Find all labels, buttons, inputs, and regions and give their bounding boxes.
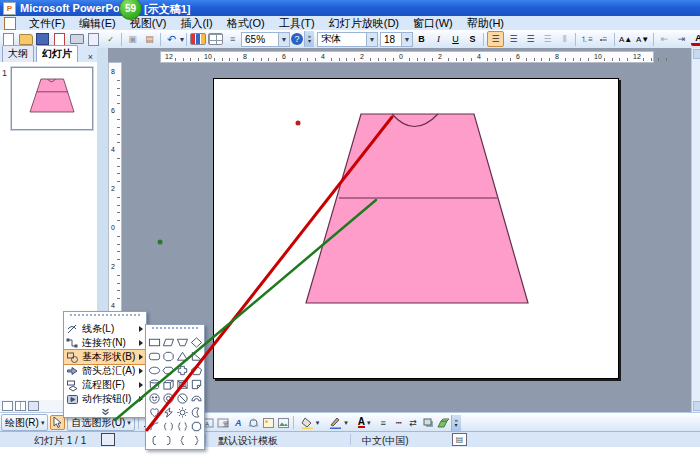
shape-double-bracket-icon[interactable] xyxy=(162,419,175,433)
menu-item-0[interactable]: 文件(F) xyxy=(22,16,72,30)
autoshapes-menu-item-flowchart[interactable]: 流程图(F) xyxy=(64,378,146,392)
autoshapes-menu-item-lines[interactable]: 线条(L) xyxy=(64,322,146,336)
shape-donut-icon[interactable] xyxy=(162,391,175,405)
close-pane-icon[interactable]: × xyxy=(86,52,95,62)
permission-icon[interactable] xyxy=(52,32,67,46)
shape-no-symbol-icon[interactable] xyxy=(176,391,189,405)
insert-chart-icon[interactable] xyxy=(190,33,206,45)
shape-folded-corner-icon[interactable] xyxy=(190,377,203,391)
shape-moon-icon[interactable] xyxy=(190,405,203,419)
slide-thumbnail[interactable] xyxy=(11,67,93,130)
shape-right-triangle-icon[interactable] xyxy=(190,349,203,363)
align-center-button[interactable]: ☰ xyxy=(506,32,521,46)
autoshapes-menu-item-action-buttons[interactable]: 动作按钮(I) xyxy=(64,392,146,406)
undo-dropdown-icon[interactable]: ▾ xyxy=(180,35,184,44)
shape-left-bracket-icon[interactable] xyxy=(148,433,161,447)
tables-borders-icon[interactable]: ≡ xyxy=(225,32,240,46)
slideshow-view-icon[interactable] xyxy=(28,401,39,411)
italic-button[interactable]: I xyxy=(431,32,446,46)
shape-rectangle-icon[interactable] xyxy=(148,335,161,349)
menu-item-8[interactable]: 帮助(H) xyxy=(460,16,511,30)
shape-rounded-rectangle-icon[interactable] xyxy=(148,349,161,363)
zoom-combobox[interactable]: 65%▼ xyxy=(241,32,290,47)
increase-font-icon[interactable]: A▲ xyxy=(618,32,633,46)
insert-table-icon[interactable] xyxy=(208,33,223,45)
menu-item-3[interactable]: 插入(I) xyxy=(173,16,219,30)
align-right-button[interactable]: ☰ xyxy=(523,32,538,46)
shape-block-arc-icon[interactable] xyxy=(190,391,203,405)
shape-sun-icon[interactable] xyxy=(176,405,189,419)
copy-icon[interactable]: ▣ xyxy=(125,32,140,46)
shape-isosceles-triangle-icon[interactable] xyxy=(176,349,189,363)
menu-item-6[interactable]: 幻灯片放映(D) xyxy=(322,16,406,30)
open-icon[interactable] xyxy=(18,32,33,46)
shape-right-brace-icon[interactable] xyxy=(190,433,203,447)
vertical-textbox-tool-icon[interactable]: 竖 xyxy=(217,416,230,429)
insert-clipart-icon[interactable] xyxy=(262,416,275,429)
underline-button[interactable]: U xyxy=(448,32,463,46)
increase-indent-icon[interactable]: ⇥ xyxy=(674,32,689,46)
vertical-scrollbar[interactable] xyxy=(691,48,700,412)
normal-view-icon[interactable] xyxy=(2,401,13,411)
language-label[interactable]: 中文(中国) xyxy=(362,434,409,448)
bullets-button[interactable]: •≡ xyxy=(596,32,611,46)
shape-pentagon-icon[interactable] xyxy=(190,363,203,377)
autoshapes-menu-item-basic-shapes[interactable]: 基本形状(B) xyxy=(64,350,146,364)
slide-canvas[interactable] xyxy=(213,78,619,379)
shape-plaque-icon[interactable] xyxy=(190,419,203,433)
align-left-button[interactable]: ☰ xyxy=(487,31,504,47)
dash-style-icon[interactable]: ┅ xyxy=(392,416,405,429)
menu-item-7[interactable]: 窗口(W) xyxy=(406,16,460,30)
save-icon[interactable] xyxy=(35,32,50,46)
new-document-icon[interactable] xyxy=(1,32,16,46)
arrow-style-icon[interactable]: ⇄ xyxy=(407,416,420,429)
3d-style-icon[interactable] xyxy=(437,416,450,429)
menu-item-4[interactable]: 格式(O) xyxy=(220,16,272,30)
input-method-icon[interactable] xyxy=(101,433,115,446)
shape-parallelogram-icon[interactable] xyxy=(162,335,175,349)
fill-color-icon[interactable]: ▾ xyxy=(297,414,324,431)
distribute-button[interactable]: ⫴ xyxy=(557,32,572,46)
numbering-button[interactable]: ⒈≡ xyxy=(579,32,594,46)
toolbar-options-icon[interactable]: »▾ xyxy=(304,31,314,47)
shape-cross-icon[interactable] xyxy=(176,363,189,377)
paste-icon[interactable]: ▤ xyxy=(142,32,157,46)
shape-bevel-icon[interactable] xyxy=(176,377,189,391)
palette-tearoff-handle[interactable] xyxy=(152,327,198,334)
shape-heart-icon[interactable] xyxy=(148,405,161,419)
decrease-indent-icon[interactable]: ⇤ xyxy=(657,32,672,46)
help-icon[interactable]: ? xyxy=(291,33,303,45)
font-combobox[interactable]: 宋体▼ xyxy=(317,32,378,47)
bold-button[interactable]: B xyxy=(414,32,429,46)
tab-outline[interactable]: 大纲 xyxy=(2,45,34,62)
undo-icon[interactable]: ↶ xyxy=(164,32,179,46)
spelling-icon[interactable]: ✓ xyxy=(103,32,118,46)
shape-oval-icon[interactable] xyxy=(148,363,161,377)
font-size-combobox[interactable]: 18▼ xyxy=(380,32,413,47)
menu-tearoff-handle[interactable] xyxy=(70,314,140,321)
shape-can-icon[interactable] xyxy=(148,377,161,391)
shadow-style-icon[interactable] xyxy=(422,416,435,429)
draw-menu-button[interactable]: 绘图(R)▾ xyxy=(1,414,48,431)
trapezoid-shape[interactable] xyxy=(214,79,618,378)
line-style-icon[interactable]: ≡ xyxy=(377,416,390,429)
design-template-label[interactable]: 默认设计模板 xyxy=(218,434,278,448)
shape-hexagon-icon[interactable] xyxy=(162,363,175,377)
insert-wordart-icon[interactable]: A xyxy=(232,416,245,429)
insert-diagram-icon[interactable] xyxy=(247,416,260,429)
shape-left-brace-icon[interactable] xyxy=(176,433,189,447)
justify-button[interactable]: ☰ xyxy=(540,32,555,46)
shape-double-brace-icon[interactable] xyxy=(176,419,189,433)
print-icon[interactable] xyxy=(69,32,84,46)
shape-right-bracket-icon[interactable] xyxy=(162,433,175,447)
insert-picture-icon[interactable] xyxy=(277,416,290,429)
autoshapes-menu-item-connector[interactable]: 连接符(N) xyxy=(64,336,146,350)
shape-smiley-icon[interactable] xyxy=(148,391,161,405)
shape-cube-icon[interactable] xyxy=(162,377,175,391)
shape-lightning-icon[interactable] xyxy=(162,405,175,419)
slide-sorter-view-icon[interactable] xyxy=(15,401,26,411)
tab-slides[interactable]: 幻灯片 xyxy=(36,45,78,62)
drawbar-options-icon[interactable]: »▾ xyxy=(451,415,461,431)
line-color-icon[interactable]: ▾ xyxy=(325,414,352,431)
shape-octagon-icon[interactable] xyxy=(162,349,175,363)
